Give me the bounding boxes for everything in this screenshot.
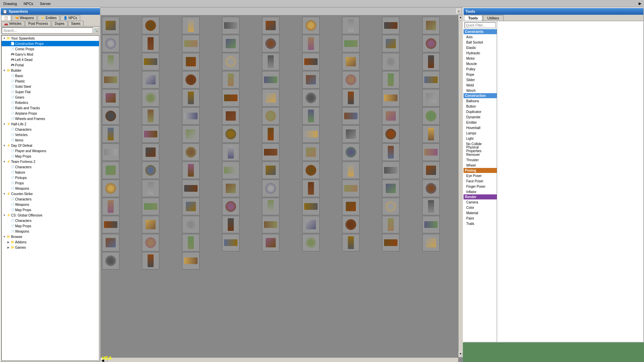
prop-item[interactable]: [342, 162, 360, 179]
prop-item[interactable]: [302, 216, 320, 233]
prop-item[interactable]: [182, 180, 200, 197]
prop-item[interactable]: [102, 180, 119, 197]
tree-robotics[interactable]: 📄 Robotics: [2, 100, 99, 105]
center-viewport[interactable]: × ◀ ▲ ▼ HEA: [101, 7, 463, 362]
prop-item[interactable]: [382, 107, 399, 125]
prop-item[interactable]: [182, 35, 200, 52]
props-scrollbar-vertical[interactable]: ▲ ▼: [458, 15, 463, 357]
prop-item[interactable]: [382, 180, 399, 197]
tool-eye-poser[interactable]: Eye Poser: [464, 173, 497, 178]
prop-item[interactable]: [222, 53, 239, 70]
expand-dod[interactable]: ▼: [2, 143, 6, 147]
prop-item[interactable]: [102, 252, 119, 269]
tab-utilities[interactable]: Utilities: [483, 15, 503, 21]
prop-item[interactable]: [222, 107, 239, 125]
category-render[interactable]: Render: [464, 194, 497, 199]
prop-item[interactable]: [182, 89, 200, 107]
prop-item[interactable]: [422, 216, 440, 233]
tool-physical-properties[interactable]: Physical Properties: [464, 146, 497, 152]
prop-item[interactable]: [182, 198, 200, 215]
prop-item[interactable]: [342, 89, 360, 107]
tool-material[interactable]: Material: [464, 210, 497, 216]
expand-addons[interactable]: ▶: [6, 240, 10, 244]
tool-camera[interactable]: Camera: [464, 199, 497, 205]
prop-item[interactable]: [342, 198, 360, 215]
search-button[interactable]: 🔍: [93, 27, 99, 34]
tree-plastic[interactable]: 📄 Plastic: [2, 78, 99, 84]
tool-button[interactable]: Button: [464, 104, 497, 109]
prop-item[interactable]: [182, 216, 200, 233]
props-scrollbar-horizontal[interactable]: ◀: [101, 357, 458, 362]
prop-item[interactable]: [182, 53, 200, 70]
tool-hoverball[interactable]: Hoverball: [464, 125, 497, 130]
menu-drawing[interactable]: Drawing: [0, 1, 20, 6]
prop-item[interactable]: [182, 17, 200, 34]
prop-item[interactable]: [102, 198, 119, 215]
tool-motor[interactable]: Motor: [464, 56, 497, 61]
prop-item[interactable]: [142, 53, 159, 70]
prop-item[interactable]: [422, 53, 440, 70]
prop-item[interactable]: [382, 35, 399, 52]
tree-dod-player-weapons[interactable]: 📄 Player and Weapons: [2, 148, 99, 154]
prop-item[interactable]: [422, 71, 440, 88]
prop-item[interactable]: [142, 17, 159, 34]
tool-paint[interactable]: Paint: [464, 216, 497, 221]
expand-your-spawnlists[interactable]: ▼: [2, 36, 6, 40]
prop-item[interactable]: [102, 89, 119, 107]
prop-item[interactable]: [302, 162, 320, 179]
tab-tools[interactable]: Tools: [464, 15, 482, 21]
prop-item[interactable]: [342, 17, 360, 34]
tree-hl2-vehicles[interactable]: 📄 Vehicles: [2, 132, 99, 137]
prop-item[interactable]: [262, 216, 279, 233]
prop-item[interactable]: [302, 107, 320, 125]
prop-item[interactable]: [302, 71, 320, 88]
prop-item[interactable]: [422, 35, 440, 52]
tool-light[interactable]: Light: [464, 136, 497, 141]
tool-ball-socket[interactable]: Ball Socket: [464, 40, 497, 45]
expand-games[interactable]: ▶: [6, 245, 10, 249]
prop-item[interactable]: [302, 35, 320, 52]
tab-saves[interactable]: Saves: [68, 21, 84, 26]
tool-axis[interactable]: Axis: [464, 34, 497, 40]
prop-item[interactable]: [342, 53, 360, 70]
tree-tf2[interactable]: ▼ ⚡ Team Fortress 2: [2, 159, 99, 164]
prop-item[interactable]: [222, 71, 239, 88]
prop-item[interactable]: [302, 125, 320, 143]
prop-item[interactable]: [102, 107, 119, 125]
tab-dupes[interactable]: Dupes: [52, 21, 67, 26]
prop-item[interactable]: [102, 234, 119, 251]
tree-garrys-mod[interactable]: 🎮 Garry's Mod: [2, 52, 99, 57]
prop-item[interactable]: [262, 198, 279, 215]
tree-csgo-characters[interactable]: 📄 Characters: [2, 218, 99, 223]
tool-rope[interactable]: Rope: [464, 72, 497, 77]
tree-wheels-frames[interactable]: 📄 Wheels and Frames: [2, 116, 99, 121]
prop-item[interactable]: [342, 71, 360, 88]
tab-npcs[interactable]: 👤 NPCs: [60, 15, 80, 20]
prop-item[interactable]: [222, 125, 239, 143]
tool-muscle[interactable]: Muscle: [464, 61, 497, 66]
prop-item[interactable]: [262, 125, 279, 143]
scroll-up-btn[interactable]: ▲: [459, 15, 463, 21]
tree-tf2-props[interactable]: 📄 Props: [2, 180, 99, 186]
tool-trails[interactable]: Trails: [464, 221, 497, 226]
tree-csgo-map-props[interactable]: 📄 Map Props: [2, 223, 99, 229]
prop-item[interactable]: [302, 143, 320, 161]
prop-item[interactable]: [222, 180, 239, 197]
prop-item[interactable]: [422, 107, 440, 125]
tree-cs-map-props[interactable]: 📄 Map Props: [2, 207, 99, 213]
tree-csgo[interactable]: ▼ ⚡ CS: Global Offensive: [2, 213, 99, 218]
prop-item[interactable]: [222, 162, 239, 179]
tree-tf2-nature[interactable]: 📄 Nature: [2, 170, 99, 175]
category-constraints[interactable]: Constraints: [464, 29, 497, 34]
prop-item[interactable]: [182, 71, 200, 88]
prop-item[interactable]: [422, 180, 440, 197]
tree-csgo-weapons[interactable]: 📄 Weapons: [2, 229, 99, 234]
tree-hl2-characters[interactable]: 📄 Characters: [2, 127, 99, 132]
tab-postprocess[interactable]: Post Process: [25, 21, 51, 26]
prop-item[interactable]: [422, 234, 440, 251]
prop-item[interactable]: [382, 71, 399, 88]
tool-dynamite[interactable]: Dynamite: [464, 114, 497, 120]
prop-item[interactable]: [102, 125, 119, 143]
tool-lamps[interactable]: Lamps: [464, 130, 497, 136]
prop-item[interactable]: [342, 143, 360, 161]
